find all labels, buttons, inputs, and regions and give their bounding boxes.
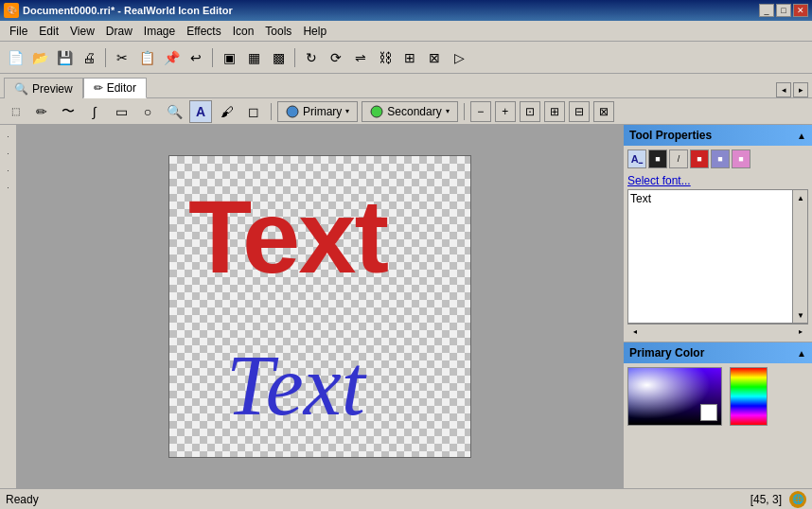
ellipse-tool[interactable]: ○ <box>136 100 159 123</box>
tab-nav-prev[interactable]: ◂ <box>776 82 791 97</box>
fit-button[interactable]: ⊡ <box>520 101 540 122</box>
select-tool[interactable]: ⬚ <box>4 100 26 123</box>
canvas[interactable]: Text Text <box>168 155 471 458</box>
rotate-button[interactable]: ↻ <box>300 46 323 69</box>
scroll-track[interactable] <box>793 205 807 307</box>
color-spectrum[interactable] <box>730 367 768 426</box>
undo-button[interactable]: ↩ <box>185 46 207 69</box>
tab-preview[interactable]: 🔍 Preview <box>4 78 83 98</box>
tool7[interactable]: ▷ <box>448 46 470 69</box>
close-button[interactable]: ✕ <box>793 4 808 17</box>
left-tool-2[interactable]: · <box>1 146 16 161</box>
tab-nav-next[interactable]: ▸ <box>793 82 808 97</box>
secondary-color-button[interactable]: Secondary ▾ <box>362 101 457 122</box>
cut-button[interactable]: ✂ <box>111 46 133 69</box>
text-content[interactable]: Text <box>628 190 792 323</box>
title-bar-text: Document0000.rri* - RealWorld Icon Edito… <box>23 5 233 16</box>
separator-2 <box>212 48 213 67</box>
menu-edit[interactable]: Edit <box>33 23 64 40</box>
canvas-text-blue: Text <box>226 343 365 429</box>
zoom-in-button[interactable]: + <box>495 101 516 122</box>
select-font-link[interactable]: Select font... <box>627 172 808 189</box>
text-tool[interactable]: A <box>189 100 212 123</box>
color-gradient[interactable] <box>627 367 722 426</box>
open-button[interactable]: 📂 <box>28 46 51 69</box>
left-tool-3[interactable]: · <box>1 163 16 178</box>
primary-color-icon <box>286 105 299 118</box>
tool-properties-collapse[interactable]: ▲ <box>797 131 806 141</box>
tool3[interactable]: ▩ <box>267 46 290 69</box>
editor-label: Editor <box>107 81 136 95</box>
menu-view[interactable]: View <box>64 23 100 40</box>
right-panel: Tool Properties ▲ A _ ■ / ■ ■ ■ Select f… <box>623 125 812 488</box>
secondary-color-icon <box>370 105 383 118</box>
primary-color-button[interactable]: Primary ▾ <box>277 101 358 122</box>
paint-tool[interactable]: 🖌 <box>216 100 238 123</box>
paste-button[interactable]: 📌 <box>160 46 183 69</box>
tool-options-bar: ⬚ ✏ 〜 ∫ ▭ ○ 🔍 A 🖌 ◻ Primary ▾ Secondary … <box>0 98 812 125</box>
canvas-text-red: Text <box>188 184 387 289</box>
left-tool-4[interactable]: · <box>1 180 16 195</box>
scroll-right[interactable]: ▸ <box>793 325 808 338</box>
text-glow-button[interactable]: ■ <box>732 149 750 168</box>
flip-button[interactable]: ⟳ <box>325 46 347 69</box>
canvas-area[interactable]: Text Text <box>17 125 623 488</box>
new-button[interactable]: 📄 <box>4 46 26 69</box>
zoom-100[interactable]: ⊠ <box>593 101 614 122</box>
main-content: · · · · Text Text Tool Properties ▲ A _ … <box>0 125 812 488</box>
curve-tool[interactable]: 〜 <box>57 100 79 123</box>
coordinates-text: [45, 3] <box>750 493 782 506</box>
title-bar-left: 🎨 Document0000.rri* - RealWorld Icon Edi… <box>4 3 233 18</box>
text-color-black[interactable]: ■ <box>648 149 667 168</box>
tool6[interactable]: ⊠ <box>423 46 446 69</box>
mini-scrollbar: ▲ ▼ <box>792 190 807 323</box>
tab-nav: ◂ ▸ <box>776 82 808 97</box>
color-row <box>627 367 808 429</box>
color-panel-collapse[interactable]: ▲ <box>797 348 806 359</box>
menu-help[interactable]: Help <box>297 23 332 40</box>
svg-point-1 <box>371 106 382 117</box>
bezier-tool[interactable]: ∫ <box>83 100 106 123</box>
menu-image[interactable]: Image <box>138 23 181 40</box>
tool2[interactable]: ▦ <box>242 46 265 69</box>
zoom-tool[interactable]: 🔍 <box>163 100 185 123</box>
print-button[interactable]: 🖨 <box>78 46 100 69</box>
menu-draw[interactable]: Draw <box>100 23 138 40</box>
menu-tools[interactable]: Tools <box>259 23 297 40</box>
title-bar: 🎨 Document0000.rri* - RealWorld Icon Edi… <box>0 0 812 21</box>
tool5[interactable]: ⊞ <box>398 46 421 69</box>
color-gradient-container[interactable] <box>627 367 722 429</box>
left-tool-1[interactable]: · <box>1 129 16 144</box>
eraser-tool[interactable]: ◻ <box>242 100 265 123</box>
tile-button[interactable]: ⊟ <box>569 101 590 122</box>
separator-3 <box>294 48 295 67</box>
primary-color-header: Primary Color ▲ <box>624 342 812 363</box>
menu-file[interactable]: File <box>4 23 33 40</box>
chain-button[interactable]: ⛓ <box>374 46 397 69</box>
scroll-h-track[interactable] <box>643 325 793 338</box>
maximize-button[interactable]: □ <box>776 4 791 17</box>
color-panel-content <box>624 363 812 432</box>
pencil-tool[interactable]: ✏ <box>30 100 53 123</box>
preview-label: Preview <box>32 82 73 96</box>
grid-button[interactable]: ⊞ <box>544 101 565 122</box>
copy-button[interactable]: 📋 <box>135 46 158 69</box>
tool1[interactable]: ▣ <box>218 46 240 69</box>
text-bg-button[interactable]: ■ <box>690 149 709 168</box>
text-shadow-button[interactable]: ■ <box>711 149 730 168</box>
scroll-up[interactable]: ▲ <box>793 190 808 205</box>
scroll-left[interactable]: ◂ <box>627 325 643 338</box>
zoom-out-button[interactable]: − <box>470 101 491 122</box>
save-button[interactable]: 💾 <box>53 46 76 69</box>
tab-editor[interactable]: ✏ Editor <box>83 78 147 98</box>
status-bar: Ready [45, 3] 🌐 <box>0 488 812 509</box>
mirror-button[interactable]: ⇌ <box>349 46 372 69</box>
rect-tool[interactable]: ▭ <box>110 100 132 123</box>
minimize-button[interactable]: _ <box>759 4 774 17</box>
menu-effects[interactable]: Effects <box>181 23 226 40</box>
scroll-bottom-bar: ◂ ▸ <box>627 324 808 338</box>
scroll-down[interactable]: ▼ <box>793 307 808 323</box>
font-color-button[interactable]: A _ <box>627 149 646 168</box>
menu-icon[interactable]: Icon <box>227 23 260 40</box>
text-outline-button[interactable]: / <box>669 149 688 168</box>
